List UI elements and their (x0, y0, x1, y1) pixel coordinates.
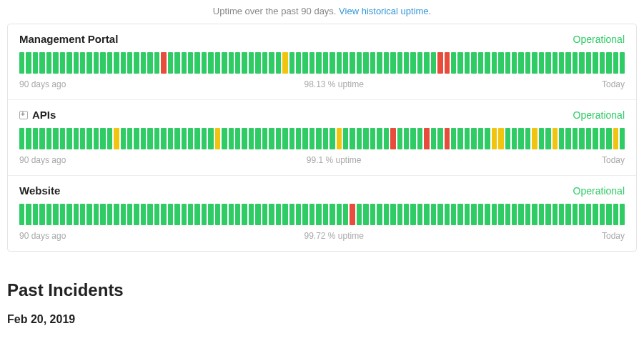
uptime-day-bar[interactable] (357, 52, 362, 74)
uptime-day-bar[interactable] (39, 128, 44, 149)
uptime-day-bar[interactable] (100, 128, 105, 149)
uptime-day-bar[interactable] (80, 128, 85, 149)
uptime-day-bar[interactable] (424, 204, 429, 225)
uptime-day-bar[interactable] (363, 52, 368, 74)
uptime-day-bar[interactable] (154, 128, 159, 149)
uptime-day-bar[interactable] (437, 128, 442, 149)
uptime-day-bar[interactable] (134, 52, 139, 74)
uptime-day-bar[interactable] (208, 52, 213, 74)
uptime-day-bar[interactable] (182, 128, 187, 149)
uptime-day-bar[interactable] (215, 52, 220, 74)
uptime-day-bar[interactable] (579, 128, 584, 149)
uptime-day-bar[interactable] (390, 204, 395, 225)
uptime-day-bar[interactable] (46, 52, 51, 74)
uptime-day-bar[interactable] (343, 52, 348, 74)
uptime-day-bar[interactable] (255, 128, 260, 149)
uptime-day-bar[interactable] (222, 204, 227, 225)
uptime-day-bar[interactable] (242, 204, 247, 225)
uptime-day-bar[interactable] (559, 204, 564, 225)
uptime-day-bar[interactable] (202, 128, 207, 149)
uptime-day-bar[interactable] (174, 128, 179, 149)
uptime-day-bar[interactable] (424, 52, 429, 74)
uptime-day-bar[interactable] (276, 128, 281, 149)
uptime-day-bar[interactable] (141, 52, 146, 74)
uptime-day-bar[interactable] (46, 204, 51, 225)
uptime-day-bar[interactable] (465, 204, 470, 225)
uptime-day-bar[interactable] (410, 204, 415, 225)
uptime-day-bar[interactable] (74, 204, 79, 225)
uptime-day-bar[interactable] (565, 52, 570, 74)
uptime-day-bar[interactable] (600, 52, 605, 74)
uptime-day-bar[interactable] (174, 204, 179, 225)
uptime-day-bar[interactable] (565, 204, 570, 225)
uptime-day-bar[interactable] (492, 204, 497, 225)
uptime-day-bar[interactable] (337, 204, 342, 225)
uptime-day-bar[interactable] (417, 128, 422, 149)
uptime-day-bar[interactable] (573, 128, 578, 149)
uptime-day-bar[interactable] (53, 52, 58, 74)
uptime-day-bar[interactable] (343, 204, 348, 225)
uptime-day-bar[interactable] (512, 52, 517, 74)
uptime-day-bar[interactable] (60, 204, 65, 225)
uptime-day-bar[interactable] (431, 52, 436, 74)
uptime-day-bar[interactable] (471, 204, 476, 225)
uptime-day-bar[interactable] (80, 52, 85, 74)
uptime-day-bar[interactable] (350, 128, 355, 149)
uptime-day-bar[interactable] (262, 204, 267, 225)
uptime-day-bar[interactable] (559, 52, 564, 74)
uptime-day-bar[interactable] (505, 52, 510, 74)
uptime-day-bar[interactable] (19, 128, 24, 149)
uptime-day-bar[interactable] (525, 128, 530, 149)
uptime-day-bar[interactable] (451, 204, 456, 225)
uptime-day-bar[interactable] (323, 52, 328, 74)
uptime-day-bar[interactable] (316, 204, 321, 225)
uptime-day-bar[interactable] (276, 204, 281, 225)
uptime-day-bar[interactable] (194, 204, 199, 225)
uptime-day-bar[interactable] (532, 128, 537, 149)
uptime-day-bar[interactable] (457, 128, 462, 149)
uptime-day-bar[interactable] (289, 204, 294, 225)
uptime-day-bar[interactable] (229, 52, 234, 74)
uptime-day-bar[interactable] (512, 204, 517, 225)
uptime-day-bar[interactable] (215, 128, 220, 149)
uptime-day-bar[interactable] (397, 128, 402, 149)
uptime-day-bar[interactable] (296, 52, 301, 74)
uptime-day-bar[interactable] (471, 128, 476, 149)
uptime-day-bar[interactable] (242, 52, 247, 74)
uptime-day-bar[interactable] (134, 204, 139, 225)
uptime-day-bar[interactable] (269, 204, 274, 225)
uptime-day-bar[interactable] (579, 52, 584, 74)
uptime-day-bar[interactable] (215, 204, 220, 225)
uptime-day-bar[interactable] (168, 128, 173, 149)
uptime-day-bar[interactable] (553, 52, 558, 74)
uptime-day-bar[interactable] (107, 128, 112, 149)
uptime-day-bar[interactable] (194, 52, 199, 74)
uptime-day-bar[interactable] (330, 128, 335, 149)
uptime-day-bar[interactable] (525, 204, 530, 225)
uptime-day-bar[interactable] (370, 128, 375, 149)
uptime-day-bar[interactable] (465, 128, 470, 149)
uptime-day-bar[interactable] (282, 52, 287, 74)
uptime-day-bar[interactable] (357, 128, 362, 149)
uptime-day-bar[interactable] (154, 52, 159, 74)
uptime-day-bar[interactable] (188, 52, 193, 74)
uptime-day-bar[interactable] (114, 204, 119, 225)
uptime-day-bar[interactable] (363, 204, 368, 225)
uptime-day-bar[interactable] (194, 128, 199, 149)
uptime-day-bar[interactable] (606, 128, 611, 149)
uptime-day-bar[interactable] (161, 128, 166, 149)
uptime-day-bar[interactable] (553, 204, 558, 225)
uptime-day-bar[interactable] (323, 128, 328, 149)
uptime-day-bar[interactable] (457, 204, 462, 225)
uptime-day-bar[interactable] (431, 128, 436, 149)
uptime-day-bar[interactable] (121, 204, 126, 225)
uptime-day-bar[interactable] (235, 128, 240, 149)
uptime-day-bar[interactable] (121, 128, 126, 149)
uptime-day-bar[interactable] (545, 128, 550, 149)
uptime-day-bar[interactable] (370, 204, 375, 225)
uptime-day-bar[interactable] (573, 204, 578, 225)
uptime-day-bar[interactable] (485, 128, 490, 149)
uptime-day-bar[interactable] (100, 204, 105, 225)
uptime-day-bar[interactable] (107, 52, 112, 74)
uptime-day-bar[interactable] (127, 204, 132, 225)
